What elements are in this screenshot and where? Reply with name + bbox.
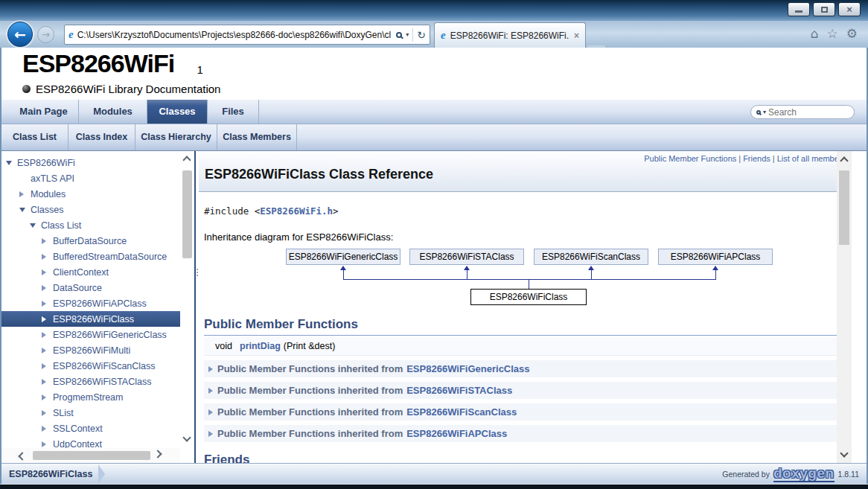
scroll-down-icon[interactable] <box>840 449 848 457</box>
scroll-right-icon[interactable] <box>153 450 162 458</box>
search-icon[interactable] <box>396 32 402 38</box>
expand-arrow-icon <box>208 409 213 415</box>
expand-arrow-icon[interactable] <box>42 363 53 369</box>
expand-arrow-icon[interactable] <box>42 410 53 416</box>
refresh-icon[interactable]: ↻ <box>417 29 426 41</box>
tab-class-members[interactable]: Class Members <box>217 124 297 150</box>
minimize-button[interactable] <box>788 2 810 16</box>
expand-arrow-icon[interactable] <box>42 394 53 400</box>
tree-item-esp8266wifimulti[interactable]: ESP8266WiFiMulti <box>1 342 180 358</box>
link-public-member-functions[interactable]: Public Member Functions <box>644 154 736 163</box>
search-dropdown-caret-icon[interactable]: ▾ <box>406 31 409 38</box>
inherited-section-scanclass[interactable]: Public Member Functions inherited from E… <box>204 403 840 421</box>
tree-item-bufferedstreamdatasource[interactable]: BufferedStreamDataSource <box>1 249 180 264</box>
scroll-up-icon[interactable] <box>840 156 848 164</box>
expand-arrow-icon[interactable] <box>19 191 31 197</box>
breadcrumb[interactable]: ESP8266WiFiClass <box>9 469 92 479</box>
tree-item-esp8266wificlass-selected[interactable]: ESP8266WiFiClass <box>1 311 180 327</box>
expand-arrow-icon[interactable] <box>42 285 53 291</box>
expand-arrow-icon <box>208 431 213 437</box>
tab-class-list[interactable]: Class List <box>1 124 68 150</box>
url-input[interactable] <box>77 30 393 40</box>
project-logo-icon <box>22 85 31 93</box>
expand-arrow-icon[interactable] <box>42 316 53 322</box>
tree-item-sslcontext[interactable]: SSLContext <box>1 421 180 436</box>
home-icon[interactable]: ⌂ <box>811 28 819 40</box>
browser-tab[interactable]: e ESP8266WiFi: ESP8266WiFi... × <box>434 22 586 48</box>
tree-item-esp8266wifiscanclass[interactable]: ESP8266WiFiScanClass <box>1 358 180 374</box>
scroll-left-icon[interactable] <box>18 452 26 460</box>
tab-modules[interactable]: Modules <box>79 100 147 124</box>
tab-main-page[interactable]: Main Page <box>9 100 79 124</box>
sidebar-horizontal-scrollbar[interactable] <box>1 448 180 463</box>
diagram-node-scanclass[interactable]: ESP8266WiFiScanClass <box>534 249 648 265</box>
favorites-star-icon[interactable]: ☆ <box>827 28 838 40</box>
tree-item-progmemstream[interactable]: ProgmemStream <box>1 389 180 405</box>
tab-class-hierarchy[interactable]: Class Hierarchy <box>135 124 217 150</box>
doc-search-input[interactable] <box>768 107 835 118</box>
doxygen-logo[interactable]: doxygen <box>773 466 835 482</box>
doc-search-caret-icon[interactable]: ▾ <box>763 109 766 115</box>
tree-item-class-list[interactable]: Class List <box>1 217 180 233</box>
expand-arrow-icon[interactable] <box>42 441 53 447</box>
vertical-scroll-thumb[interactable] <box>182 170 192 258</box>
settings-gear-icon[interactable]: ⚙ <box>846 28 858 40</box>
diagram-node-genericclass[interactable]: ESP8266WiFiGenericClass <box>286 249 401 265</box>
tree-item-esp8266wifistaclass[interactable]: ESP8266WiFiSTAClass <box>1 374 180 389</box>
vertical-scroll-thumb[interactable] <box>839 170 849 245</box>
doc-search-box[interactable]: ▾ <box>750 105 855 119</box>
diagram-node-staclass[interactable]: ESP8266WiFiSTAClass <box>409 249 524 265</box>
inherited-class-link[interactable]: ESP8266WiFiScanClass <box>406 406 517 418</box>
tab-class-index[interactable]: Class Index <box>68 124 135 150</box>
splitter-grip-icon[interactable] <box>197 269 198 276</box>
tab-files[interactable]: Files <box>208 100 259 124</box>
project-brief: ESP8266WiFi Library Documentation <box>36 83 220 95</box>
tree-item-classes[interactable]: Classes <box>1 202 180 217</box>
expand-arrow-icon[interactable] <box>42 238 53 244</box>
expand-arrow-icon[interactable] <box>42 269 53 275</box>
content-vertical-scrollbar[interactable] <box>837 151 852 463</box>
expand-arrow-icon[interactable] <box>42 426 53 432</box>
close-button[interactable]: × <box>838 2 861 16</box>
tree-item-esp8266wifi[interactable]: ESP8266WiFi <box>1 155 180 170</box>
tab-close-icon[interactable]: × <box>574 31 579 41</box>
tree-item-clientcontext[interactable]: ClientContext <box>1 264 180 280</box>
tree-item-esp8266wifigenericclass[interactable]: ESP8266WiFiGenericClass <box>1 327 180 342</box>
back-button[interactable]: ← <box>7 22 33 47</box>
collapse-arrow-icon[interactable] <box>19 208 31 212</box>
diagram-node-apclass[interactable]: ESP8266WiFiAPClass <box>658 249 773 265</box>
tab-classes[interactable]: Classes <box>147 100 208 124</box>
inherited-section-apclass[interactable]: Public Member Functions inherited from E… <box>204 425 840 442</box>
restore-button[interactable] <box>813 2 835 16</box>
generated-by-label: Generated by <box>722 470 770 479</box>
expand-arrow-icon[interactable] <box>42 379 53 385</box>
link-friends[interactable]: Friends <box>743 154 770 163</box>
expand-arrow-icon[interactable] <box>42 254 53 260</box>
horizontal-scroll-thumb[interactable] <box>33 451 150 460</box>
forward-button[interactable]: → <box>37 26 54 43</box>
tree-item-esp8266wifiapclass[interactable]: ESP8266WiFiAPClass <box>1 295 180 311</box>
scroll-up-icon[interactable] <box>182 156 191 164</box>
tree-item-bufferdatasource[interactable]: BufferDataSource <box>1 233 180 249</box>
inherited-class-link[interactable]: ESP8266WiFiGenericClass <box>406 363 529 374</box>
collapse-arrow-icon[interactable] <box>30 223 41 228</box>
collapse-arrow-icon[interactable] <box>6 161 17 165</box>
address-bar[interactable]: e ▾ ↻ <box>64 25 430 45</box>
link-list-of-all-members[interactable]: List of all members <box>777 154 846 163</box>
tree-item-axtls-api[interactable]: axTLS API <box>1 170 180 186</box>
inherited-section-genericclass[interactable]: Public Member Functions inherited from E… <box>204 360 840 377</box>
member-name-link[interactable]: printDiag <box>240 341 281 351</box>
tree-item-modules[interactable]: Modules <box>1 186 180 202</box>
scroll-down-icon[interactable] <box>182 433 191 441</box>
sidebar-vertical-scrollbar[interactable] <box>180 151 194 463</box>
include-file-link[interactable]: ESP8266WiFi.h <box>260 205 333 217</box>
inherited-section-staclass[interactable]: Public Member Functions inherited from E… <box>204 382 840 399</box>
inherited-class-link[interactable]: ESP8266WiFiSTAClass <box>406 385 512 396</box>
title-bar[interactable]: × <box>0 0 868 21</box>
inherited-class-link[interactable]: ESP8266WiFiAPClass <box>406 428 507 439</box>
expand-arrow-icon[interactable] <box>42 332 53 338</box>
expand-arrow-icon[interactable] <box>42 301 53 307</box>
tree-item-slist[interactable]: SList <box>1 405 180 421</box>
expand-arrow-icon[interactable] <box>42 348 53 354</box>
tree-item-datasource[interactable]: DataSource <box>1 280 180 295</box>
